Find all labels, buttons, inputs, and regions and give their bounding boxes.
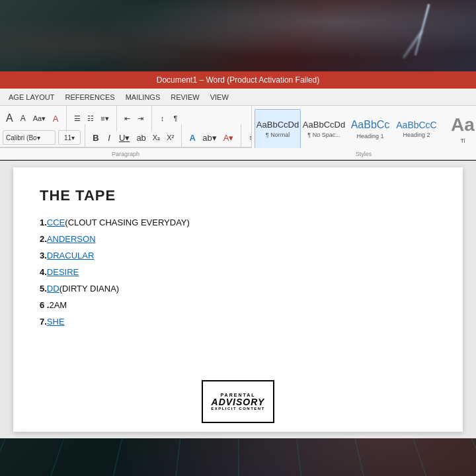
italic[interactable]: I: [102, 130, 116, 145]
numbering[interactable]: ☷: [84, 111, 97, 126]
track-number: 5.: [40, 284, 47, 294]
styles-section-label-area: Styles: [251, 148, 476, 160]
track-number: 2.: [40, 234, 47, 244]
font-size[interactable]: 11▾: [58, 130, 81, 145]
subscript[interactable]: X₂: [149, 130, 163, 145]
style-heading1-preview: AaBbCc: [351, 118, 390, 131]
ribbon-divider-2: [116, 105, 117, 132]
document-title: THE TAPE: [40, 187, 436, 204]
font-size-decrease[interactable]: A: [3, 111, 17, 126]
track-item: 2. ANDERSON: [40, 234, 436, 244]
track-desc: (DIRTY DIANA): [60, 284, 120, 294]
ribbon-section-labels: Paragraph: [0, 148, 251, 160]
menu-bar: AGE LAYOUT REFERENCES MAILINGS REVIEW VI…: [0, 89, 476, 106]
show-paragraph[interactable]: ¶: [169, 111, 182, 126]
track-item: 7. SHE: [40, 317, 436, 327]
underline[interactable]: U▾: [116, 130, 133, 145]
track-number: 3.: [40, 251, 47, 260]
menu-item-mailings[interactable]: MAILINGS: [120, 91, 166, 103]
background-top: [0, 0, 476, 73]
track-name[interactable]: SHE: [47, 317, 65, 327]
sort[interactable]: ↕: [156, 111, 169, 126]
font-color[interactable]: A▾: [220, 130, 237, 145]
style-title-label: Ti: [460, 138, 465, 144]
increase-indent[interactable]: ⇥: [134, 111, 147, 126]
paragraph-section-label: Paragraph: [86, 151, 165, 157]
style-normal-preview: AaBbCcDd: [257, 120, 299, 130]
style-no-space-preview: AaBbCcDd: [303, 120, 345, 130]
bold[interactable]: B: [89, 130, 102, 145]
track-number: 1.: [40, 218, 47, 227]
ribbon-divider-3: [151, 105, 152, 132]
track-name[interactable]: ANDERSON: [47, 234, 96, 244]
ribbon-divider-5: [181, 124, 182, 151]
decrease-indent[interactable]: ⇤: [121, 111, 134, 126]
track-name[interactable]: DD: [47, 284, 60, 294]
strikethrough[interactable]: ab: [133, 130, 149, 145]
track-name[interactable]: CCE: [47, 218, 65, 227]
style-heading2-label: Heading 2: [403, 132, 430, 138]
track-item: 5. DD (DIRTY DIANA): [40, 284, 436, 294]
bullets[interactable]: ☰: [71, 111, 84, 126]
multilevel-list[interactable]: ≡▾: [97, 111, 112, 126]
style-title[interactable]: Aa Ti: [440, 109, 476, 149]
font-aa[interactable]: Aa▾: [30, 111, 49, 126]
ribbon-divider-6: [241, 124, 241, 151]
menu-item-page-layout[interactable]: AGE LAYOUT: [3, 91, 60, 103]
track-item: 4. DESIRE: [40, 267, 436, 277]
track-name[interactable]: DESIRE: [47, 267, 79, 277]
style-heading1-label: Heading 1: [356, 133, 383, 139]
track-desc: (CLOUT CHASING EVERYDAY): [65, 218, 190, 227]
menu-item-review[interactable]: REVIEW: [165, 91, 204, 103]
parental-advisory: PARENTAL ADVISORY EXPLICIT CONTENT: [202, 380, 274, 423]
lightning-decoration: [415, 4, 430, 56]
styles-section: AaBbCcDd ¶ Normal AaBbCcDd ¶ No Spac... …: [251, 106, 476, 153]
ribbon-divider-4: [85, 124, 85, 151]
text-effects[interactable]: A: [186, 130, 199, 145]
track-number: 6 .: [40, 300, 49, 310]
style-normal-label: ¶ Normal: [266, 132, 290, 138]
superscript[interactable]: X²: [163, 130, 177, 145]
track-name[interactable]: DRACULAR: [47, 251, 95, 260]
style-heading2-preview: AaBbCcC: [396, 120, 436, 131]
style-heading1[interactable]: AaBbCc Heading 1: [347, 109, 393, 149]
title-bar-text: Document1 – Word (Product Activation Fai…: [157, 75, 320, 85]
highlight-color[interactable]: ab▾: [199, 130, 219, 145]
track-number: 4.: [40, 267, 47, 277]
style-no-space[interactable]: AaBbCcDd ¶ No Spac...: [301, 109, 347, 149]
pa-advisory-text: ADVISORY: [212, 397, 265, 407]
title-bar: Document1 – Word (Product Activation Fai…: [0, 71, 476, 89]
ribbon-divider-1: [66, 105, 67, 132]
track-item: 1. CCE (CLOUT CHASING EVERYDAY): [40, 218, 436, 227]
menu-item-view[interactable]: VIEW: [205, 91, 234, 103]
style-no-space-label: ¶ No Spac...: [307, 132, 340, 138]
font-size-increase[interactable]: A: [17, 111, 30, 126]
clear-format[interactable]: A: [49, 111, 62, 126]
track-item: 3. DRACULAR: [40, 251, 436, 260]
menu-item-references[interactable]: REFERENCES: [60, 91, 120, 103]
style-normal[interactable]: AaBbCcDd ¶ Normal: [255, 109, 301, 149]
track-item: 6 . 2AM: [40, 300, 436, 310]
track-desc: 2AM: [49, 300, 67, 310]
track-list: 1. CCE (CLOUT CHASING EVERYDAY) 2. ANDER…: [40, 218, 436, 327]
style-heading2[interactable]: AaBbCcC Heading 2: [393, 109, 440, 149]
pa-explicit-text: EXPLICIT CONTENT: [211, 407, 265, 411]
style-title-preview: Aa: [451, 114, 475, 136]
font-name[interactable]: Calibri (Bo▾: [3, 130, 56, 145]
styles-label: Styles: [356, 151, 372, 157]
track-number: 7.: [40, 317, 47, 327]
